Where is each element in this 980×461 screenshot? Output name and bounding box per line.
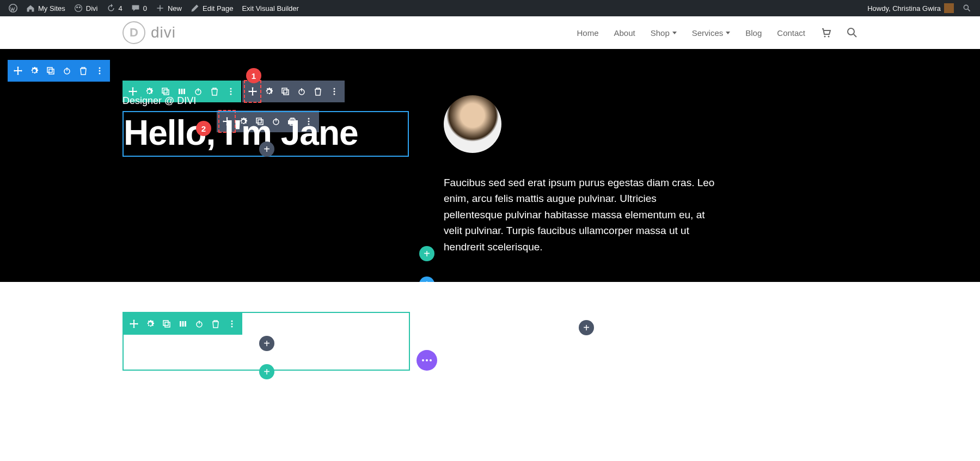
duplicate-icon: [161, 87, 170, 96]
gear-icon: [145, 87, 154, 96]
columns-icon: [177, 87, 186, 96]
hero-section: 1 2 Designer @ DIVI Hello, I'm Jane + Fa…: [0, 49, 980, 282]
logo[interactable]: D divi: [122, 21, 176, 44]
avatar-icon: [944, 3, 954, 13]
my-sites-label: My Sites: [38, 4, 65, 13]
new-link[interactable]: New: [151, 0, 186, 16]
edit-page-label: Edit Page: [203, 4, 233, 13]
home-icon: [26, 4, 35, 13]
section-2: + + +: [0, 282, 980, 425]
chevron-down-icon: [726, 32, 730, 34]
site-name: Divi: [86, 4, 98, 13]
duplicate-button[interactable]: [42, 60, 59, 82]
svg-point-20: [230, 88, 232, 90]
settings-button[interactable]: [142, 313, 158, 335]
nav-shop[interactable]: Shop: [651, 28, 677, 38]
my-sites-link[interactable]: My Sites: [22, 0, 70, 16]
refresh-icon: [107, 4, 115, 13]
comments-link[interactable]: 0: [127, 0, 151, 16]
exit-vb-link[interactable]: Exit Visual Builder: [237, 0, 303, 16]
svg-point-41: [231, 321, 233, 322]
hero-bio: Faucibus sed sed erat ipsum purus egesta…: [444, 175, 716, 255]
move-button[interactable]: [126, 313, 142, 335]
more-icon: [95, 66, 104, 75]
hero-subtitle: Designer @ DIVI: [122, 95, 411, 107]
site-link[interactable]: Divi: [70, 0, 102, 16]
move-icon: [130, 319, 138, 328]
add-row-button[interactable]: +: [419, 246, 434, 261]
svg-point-26: [334, 88, 335, 90]
delete-button[interactable]: [75, 60, 91, 82]
search-link[interactable]: [847, 27, 857, 38]
site-icon: [74, 4, 83, 13]
main-nav: Home About Shop Services Blog Contact: [577, 27, 857, 38]
power-button[interactable]: [191, 313, 207, 335]
svg-rect-17: [181, 89, 183, 94]
search-toggle[interactable]: [958, 0, 976, 16]
svg-point-7: [848, 28, 854, 35]
updates-link[interactable]: 4: [102, 0, 127, 16]
power-button[interactable]: [59, 60, 75, 82]
dots-icon: [422, 359, 432, 361]
duplicate-button[interactable]: [158, 313, 175, 335]
chevron-down-icon: [672, 32, 677, 34]
new-label: New: [168, 4, 182, 13]
svg-point-5: [824, 36, 826, 38]
svg-point-6: [828, 36, 830, 38]
cart-link[interactable]: [820, 27, 831, 38]
svg-rect-39: [185, 321, 186, 327]
more-icon: [330, 87, 339, 96]
svg-point-0: [9, 4, 17, 12]
add-module-button[interactable]: +: [259, 142, 274, 157]
delete-button[interactable]: [207, 313, 224, 335]
nav-blog[interactable]: Blog: [745, 28, 762, 38]
power-icon: [194, 87, 203, 96]
profile-image: [444, 95, 501, 153]
plus-icon: [156, 4, 164, 13]
add-module-button[interactable]: +: [259, 336, 274, 351]
gear-icon: [265, 87, 273, 96]
svg-point-2: [76, 7, 78, 8]
empty-row[interactable]: + +: [122, 312, 410, 371]
move-button[interactable]: [10, 60, 26, 82]
nav-services[interactable]: Services: [692, 28, 731, 38]
gear-icon: [146, 319, 155, 328]
gear-icon: [30, 66, 39, 75]
row-toolbar-2: [124, 313, 242, 335]
columns-button[interactable]: [175, 313, 191, 335]
more-icon: [228, 319, 236, 328]
svg-rect-14: [162, 88, 167, 93]
svg-rect-18: [183, 89, 185, 94]
logo-mark: D: [122, 21, 145, 44]
headline-module[interactable]: Hello, I'm Jane +: [122, 111, 409, 157]
svg-point-43: [231, 326, 233, 328]
svg-rect-15: [164, 90, 169, 95]
svg-rect-38: [182, 321, 184, 327]
svg-point-12: [99, 70, 101, 72]
settings-button[interactable]: [26, 60, 42, 82]
svg-rect-35: [163, 321, 168, 325]
builder-menu-button[interactable]: [416, 350, 437, 371]
move-icon: [14, 66, 22, 75]
wp-logo[interactable]: [4, 0, 22, 16]
nav-contact[interactable]: Contact: [777, 28, 805, 38]
more-icon: [226, 87, 235, 96]
svg-point-27: [334, 91, 335, 93]
trash-icon: [210, 87, 219, 96]
add-row-button[interactable]: +: [259, 364, 274, 379]
nav-home[interactable]: Home: [577, 28, 598, 38]
svg-point-4: [964, 5, 968, 9]
svg-point-1: [75, 5, 82, 12]
exit-vb-label: Exit Visual Builder: [242, 4, 299, 13]
more-button[interactable]: [91, 60, 108, 82]
edit-page-link[interactable]: Edit Page: [186, 0, 237, 16]
nav-about[interactable]: About: [614, 28, 635, 38]
more-button[interactable]: [224, 313, 240, 335]
callout-1: 1: [246, 68, 261, 83]
svg-point-13: [99, 73, 101, 75]
add-module-button[interactable]: +: [579, 320, 594, 335]
power-icon: [63, 66, 71, 75]
svg-rect-37: [180, 321, 181, 327]
section-toolbar: [8, 60, 110, 82]
howdy-link[interactable]: Howdy, Christina Gwira: [863, 0, 958, 16]
